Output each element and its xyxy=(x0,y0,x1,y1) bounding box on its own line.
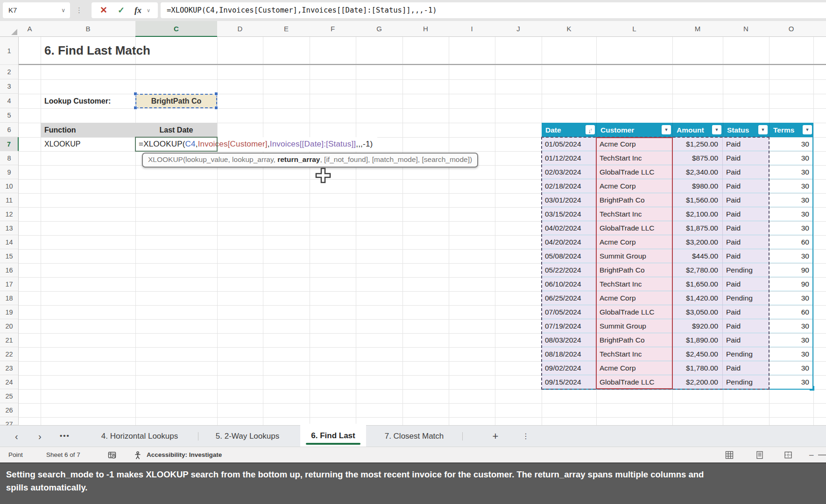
invoice-cell-status[interactable]: Paid xyxy=(723,179,769,193)
row-header-13[interactable]: 13 xyxy=(0,221,19,235)
invoice-cell-date[interactable]: 04/02/2024 xyxy=(542,221,596,235)
sheet-tab-5-2-way-lookups[interactable]: 5. 2-Way Lookups xyxy=(201,426,294,447)
invoice-cell-amount[interactable]: $1,650.00 xyxy=(672,277,723,291)
row-header-9[interactable]: 9 xyxy=(0,165,19,179)
invoice-cell-amount[interactable]: $2,340.00 xyxy=(672,165,723,179)
row-header-15[interactable]: 15 xyxy=(0,249,19,263)
column-header-F[interactable]: F xyxy=(310,21,356,37)
filter-dropdown-icon[interactable]: ▼ xyxy=(758,125,768,134)
invoice-cell-customer[interactable]: Acme Corp xyxy=(596,235,672,249)
invoice-header-amount[interactable]: Amount▼ xyxy=(672,123,723,137)
invoice-cell-status[interactable]: Paid xyxy=(723,137,769,151)
insert-function-icon[interactable]: fx xyxy=(134,2,141,18)
column-header-B[interactable]: B xyxy=(41,21,135,37)
invoice-cell-amount[interactable]: $3,050.00 xyxy=(672,305,723,319)
invoice-cell-status[interactable]: Paid xyxy=(723,221,769,235)
column-header-N[interactable]: N xyxy=(723,21,769,37)
page-layout-view-icon[interactable] xyxy=(755,450,764,460)
row-header-25[interactable]: 25 xyxy=(0,389,19,403)
function-name-cell[interactable]: XLOOKUP xyxy=(44,137,80,151)
table-resize-handle[interactable] xyxy=(810,386,814,391)
invoice-cell-status[interactable]: Pending xyxy=(723,263,769,277)
invoice-cell-terms[interactable]: 90 xyxy=(769,277,813,291)
invoice-cell-date[interactable]: 06/25/2024 xyxy=(542,291,596,305)
invoice-cell-terms[interactable]: 30 xyxy=(769,165,813,179)
column-header-E[interactable]: E xyxy=(263,21,310,37)
invoice-cell-amount[interactable]: $2,450.00 xyxy=(672,347,723,361)
invoice-cell-customer[interactable]: TechStart Inc xyxy=(596,347,672,361)
row-header-21[interactable]: 21 xyxy=(0,333,19,347)
column-header-C[interactable]: C xyxy=(135,21,217,37)
invoice-cell-amount[interactable]: $2,200.00 xyxy=(672,375,723,389)
invoice-cell-customer[interactable]: Acme Corp xyxy=(596,361,672,375)
invoice-cell-customer[interactable]: TechStart Inc xyxy=(596,277,672,291)
row-header-8[interactable]: 8 xyxy=(0,151,19,165)
filter-dropdown-icon[interactable]: ▼ xyxy=(712,125,721,134)
invoice-cell-amount[interactable]: $920.00 xyxy=(672,319,723,333)
invoice-cell-date[interactable]: 06/10/2024 xyxy=(542,277,596,291)
invoice-cell-amount[interactable]: $3,200.00 xyxy=(672,235,723,249)
zoom-slider[interactable] xyxy=(818,455,826,455)
invoice-cell-amount[interactable]: $1,250.00 xyxy=(672,137,723,151)
selection-handle[interactable] xyxy=(134,106,137,110)
invoice-cell-status[interactable]: Paid xyxy=(723,151,769,165)
invoice-cell-terms[interactable]: 30 xyxy=(769,193,813,207)
sheet-tab-4-horizontal-lookups[interactable]: 4. Horizontal Lookups xyxy=(82,426,198,447)
invoice-cell-terms[interactable]: 30 xyxy=(769,361,813,375)
invoice-cell-status[interactable]: Paid xyxy=(723,361,769,375)
invoice-cell-date[interactable]: 08/03/2024 xyxy=(542,333,596,347)
invoice-cell-amount[interactable]: $445.00 xyxy=(672,249,723,263)
invoice-cell-date[interactable]: 05/22/2024 xyxy=(542,263,596,277)
row-header-22[interactable]: 22 xyxy=(0,347,19,361)
row-header-10[interactable]: 10 xyxy=(0,179,19,193)
chevron-down-icon[interactable]: ∨ xyxy=(61,2,65,18)
invoice-cell-amount[interactable]: $980.00 xyxy=(672,179,723,193)
row-header-1[interactable]: 1 xyxy=(0,37,19,65)
invoice-cell-terms[interactable]: 90 xyxy=(769,263,813,277)
invoice-cell-customer[interactable]: Acme Corp xyxy=(596,137,672,151)
invoice-cell-terms[interactable]: 30 xyxy=(769,375,813,389)
invoice-cell-customer[interactable]: BrightPath Co xyxy=(596,263,672,277)
row-header-19[interactable]: 19 xyxy=(0,305,19,319)
invoice-cell-date[interactable]: 09/02/2024 xyxy=(542,361,596,375)
invoice-cell-terms[interactable]: 30 xyxy=(769,207,813,221)
invoice-cell-customer[interactable]: Summit Group xyxy=(596,249,672,263)
invoice-cell-terms[interactable]: 30 xyxy=(769,221,813,235)
column-header-O[interactable]: O xyxy=(769,21,813,37)
column-header-I[interactable]: I xyxy=(449,21,495,37)
select-all-corner[interactable] xyxy=(0,21,19,37)
formula-edit-cell[interactable]: =XLOOKUP(C4,Invoices[Customer],Invoices[… xyxy=(135,137,377,151)
invoice-cell-customer[interactable]: Summit Group xyxy=(596,319,672,333)
normal-view-icon[interactable] xyxy=(725,450,734,460)
tabs-scroll-left-icon[interactable]: ‹ xyxy=(15,426,18,447)
column-header-H[interactable]: H xyxy=(402,21,449,37)
row-header-7[interactable]: 7 xyxy=(0,137,19,151)
tabs-scroll-right-icon[interactable]: › xyxy=(38,426,42,447)
invoice-cell-status[interactable]: Paid xyxy=(723,235,769,249)
invoice-cell-date[interactable]: 07/05/2024 xyxy=(542,305,596,319)
invoice-cell-status[interactable]: Paid xyxy=(723,249,769,263)
invoice-cell-terms[interactable]: 30 xyxy=(769,249,813,263)
row-header-23[interactable]: 23 xyxy=(0,361,19,375)
invoice-cell-amount[interactable]: $1,890.00 xyxy=(672,333,723,347)
invoice-cell-customer[interactable]: GlobalTrade LLC xyxy=(596,165,672,179)
invoice-cell-customer[interactable]: TechStart Inc xyxy=(596,207,672,221)
filter-dropdown-icon[interactable]: ▼ xyxy=(662,125,671,134)
zoom-out-icon[interactable]: – xyxy=(809,447,813,462)
invoice-cell-terms[interactable]: 60 xyxy=(769,235,813,249)
column-header-L[interactable]: L xyxy=(596,21,672,37)
invoice-cell-status[interactable]: Pending xyxy=(723,291,769,305)
new-sheet-button[interactable]: + xyxy=(488,426,502,447)
invoice-cell-date[interactable]: 05/08/2024 xyxy=(542,249,596,263)
invoice-cell-customer[interactable]: BrightPath Co xyxy=(596,333,672,347)
row-header-20[interactable]: 20 xyxy=(0,319,19,333)
row-header-14[interactable]: 14 xyxy=(0,235,19,249)
chevron-down-icon[interactable]: ∨ xyxy=(147,2,150,18)
column-header-J[interactable]: J xyxy=(495,21,542,37)
invoice-cell-customer[interactable]: Acme Corp xyxy=(596,179,672,193)
invoice-cell-amount[interactable]: $2,100.00 xyxy=(672,207,723,221)
invoice-cell-amount[interactable]: $2,780.00 xyxy=(672,263,723,277)
invoice-cell-date[interactable]: 01/12/2024 xyxy=(542,151,596,165)
filter-dropdown-icon[interactable]: ▼ xyxy=(803,125,812,134)
invoice-header-customer[interactable]: Customer▼ xyxy=(596,123,672,137)
